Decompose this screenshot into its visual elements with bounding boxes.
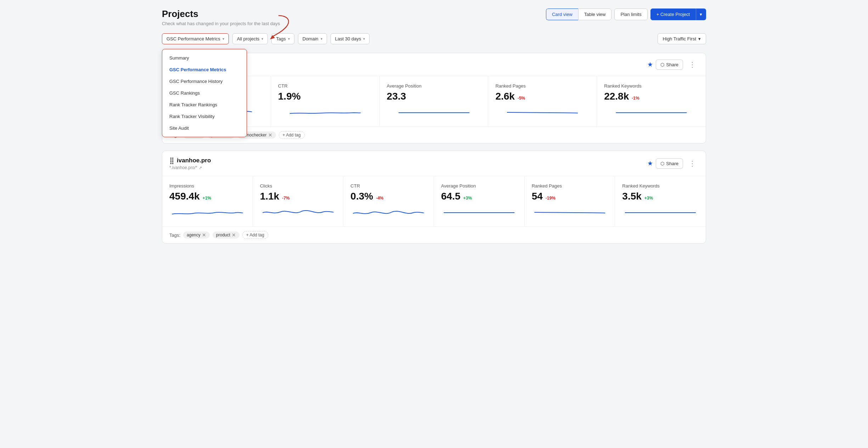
project-1-share-button[interactable]: ⬡ Share — [656, 60, 683, 70]
sort-arrow-icon: ▾ — [698, 36, 701, 41]
card-view-button[interactable]: Card view — [546, 9, 578, 20]
project-1-actions: ★ ⬡ Share ⋮ — [647, 59, 699, 70]
dropdown-item-site-audit[interactable]: Site Audit — [162, 122, 247, 134]
plan-limits-button[interactable]: Plan limits — [614, 9, 647, 20]
metric-type-filter[interactable]: GSC Performance Metrics ▾ — [162, 33, 229, 44]
ctr-label: CTR — [278, 83, 372, 89]
ctr-value: 1.9% — [278, 91, 372, 102]
impressions-sparkline — [169, 206, 246, 218]
domain-arrow-icon: ▾ — [321, 37, 322, 41]
date-range-filter[interactable]: Last 30 days ▾ — [331, 33, 370, 44]
project-ivanhoe-title-area: ⣿ ivanhoe.pro *.ivanhoe.pro/* ↗ — [169, 157, 211, 170]
tags-filter[interactable]: Tags ▾ — [271, 33, 294, 44]
clicks-2-sparkline — [260, 206, 336, 218]
impressions-label: Impressions — [169, 183, 246, 189]
avg-position-2-label: Average Position — [441, 183, 517, 189]
project-ivanhoe-share-button[interactable]: ⬡ Share — [656, 158, 683, 169]
metric-ranked-keywords-2: Ranked Keywords 3.5k +3% — [615, 176, 706, 226]
avg-position-sparkline — [387, 106, 481, 118]
impressions-change: +1% — [203, 196, 211, 201]
date-range-arrow-icon: ▾ — [363, 37, 365, 41]
metric-ranked-keywords: Ranked Keywords 22.8k -1% — [597, 76, 706, 127]
ranked-pages-change: -5% — [518, 96, 525, 101]
metric-ranked-pages-2: Ranked Pages 54 -19% — [525, 176, 615, 226]
add-tag-button-2[interactable]: + Add tag — [242, 231, 268, 239]
tag-demochecker-remove[interactable]: ✕ — [268, 133, 272, 138]
dropdown-item-rank-tracker-visibility[interactable]: Rank Tracker Visibility — [162, 111, 247, 122]
project-card-ivanhoe: ⣿ ivanhoe.pro *.ivanhoe.pro/* ↗ ★ ⬡ Shar… — [162, 151, 706, 243]
clicks-2-value: 1.1k -7% — [260, 191, 336, 202]
ranked-keywords-sparkline — [604, 106, 699, 118]
impressions-value: 459.4k +1% — [169, 191, 246, 202]
metric-dropdown-menu: Summary GSC Performance Metrics GSC Perf… — [162, 49, 247, 137]
tag-product-2: product ✕ — [213, 231, 239, 239]
metric-ctr: CTR 1.9% — [271, 76, 380, 127]
add-tag-button-1[interactable]: + Add tag — [279, 131, 305, 139]
ctr-sparkline — [278, 106, 372, 118]
project-ivanhoe-metrics-grid: Impressions 459.4k +1% Clicks 1.1k -7% — [162, 176, 706, 227]
external-link-icon: ↗ — [199, 166, 202, 170]
project-ivanhoe-tags-row: Tags: agency ✕ product ✕ + Add tag — [162, 227, 706, 243]
project-ivanhoe-more-button[interactable]: ⋮ — [686, 158, 699, 169]
ranked-keywords-2-sparkline — [622, 206, 699, 218]
all-projects-label: All projects — [237, 36, 260, 41]
dropdown-item-rank-tracker-rankings[interactable]: Rank Tracker Rankings — [162, 99, 247, 111]
project-1-star-button[interactable]: ★ — [647, 61, 653, 68]
metric-ctr-2: CTR 0.3% -4% — [343, 176, 434, 226]
metric-type-label: GSC Performance Metrics — [167, 36, 220, 41]
project-ivanhoe-subtitle: *.ivanhoe.pro/* ↗ — [169, 165, 211, 170]
tag-agency: agency ✕ — [183, 231, 210, 239]
project-1-more-button[interactable]: ⋮ — [686, 59, 699, 70]
ctr-2-sparkline — [350, 206, 427, 218]
ranked-pages-2-change: -19% — [546, 196, 556, 201]
project-ivanhoe-actions: ★ ⬡ Share ⋮ — [647, 158, 699, 169]
dropdown-item-gsc-performance-history[interactable]: GSC Performance History — [162, 75, 247, 87]
share-icon-2: ⬡ — [660, 161, 664, 166]
ranked-pages-2-sparkline — [532, 206, 608, 218]
domain-filter[interactable]: Domain ▾ — [298, 33, 327, 44]
dropdown-item-gsc-rankings[interactable]: GSC Rankings — [162, 87, 247, 99]
ranked-keywords-2-label: Ranked Keywords — [622, 183, 699, 189]
filters-row: GSC Performance Metrics ▾ All projects ▾… — [162, 33, 706, 44]
domain-label: Domain — [303, 36, 319, 41]
metric-impressions: Impressions 459.4k +1% — [162, 176, 253, 226]
ctr-2-change: -4% — [376, 196, 383, 201]
header-actions: Card view Table view Plan limits + Creat… — [546, 9, 706, 20]
create-project-dropdown-button[interactable]: ▾ — [696, 9, 706, 20]
sort-filter[interactable]: High Traffic First ▾ — [658, 33, 706, 44]
all-projects-filter[interactable]: All projects ▾ — [232, 33, 268, 44]
project-icon: ⣿ — [169, 157, 174, 164]
ranked-pages-2-value: 54 -19% — [532, 191, 608, 202]
ranked-pages-2-label: Ranked Pages — [532, 183, 608, 189]
project-ivanhoe-star-button[interactable]: ★ — [647, 159, 653, 167]
metric-clicks-2: Clicks 1.1k -7% — [253, 176, 344, 226]
ranked-keywords-label: Ranked Keywords — [604, 83, 699, 89]
sort-label: High Traffic First — [663, 36, 696, 41]
ctr-2-label: CTR — [350, 183, 427, 189]
avg-position-2-change: +3% — [463, 196, 472, 201]
table-view-button[interactable]: Table view — [578, 9, 612, 20]
view-toggle: Card view Table view — [546, 9, 612, 20]
ranked-pages-label: Ranked Pages — [495, 83, 590, 89]
project-header-ivanhoe: ⣿ ivanhoe.pro *.ivanhoe.pro/* ↗ ★ ⬡ Shar… — [162, 151, 706, 176]
tags-arrow-icon: ▾ — [288, 37, 290, 41]
tag-agency-remove[interactable]: ✕ — [202, 233, 206, 237]
project-ivanhoe-title: ⣿ ivanhoe.pro — [169, 157, 211, 164]
clicks-2-label: Clicks — [260, 183, 336, 189]
ctr-2-value: 0.3% -4% — [350, 191, 427, 202]
ranked-keywords-value: 22.8k -1% — [604, 91, 699, 102]
metric-ranked-pages: Ranked Pages 2.6k -5% — [488, 76, 597, 127]
create-project-button[interactable]: + Create Project — [650, 9, 696, 20]
all-projects-arrow-icon: ▾ — [261, 37, 263, 41]
date-range-label: Last 30 days — [335, 36, 361, 41]
avg-position-value: 23.3 — [387, 91, 481, 102]
tags-label-2: Tags: — [169, 233, 180, 238]
metric-avg-position-2: Average Position 64.5 +3% — [434, 176, 525, 226]
avg-position-label: Average Position — [387, 83, 481, 89]
dropdown-item-summary[interactable]: Summary — [162, 52, 247, 64]
page-title: Projects — [162, 9, 280, 19]
dropdown-item-gsc-performance-metrics[interactable]: GSC Performance Metrics — [162, 64, 247, 75]
tag-product-2-remove[interactable]: ✕ — [232, 233, 236, 237]
avg-position-2-sparkline — [441, 206, 517, 218]
ranked-keywords-2-change: +3% — [644, 196, 653, 201]
